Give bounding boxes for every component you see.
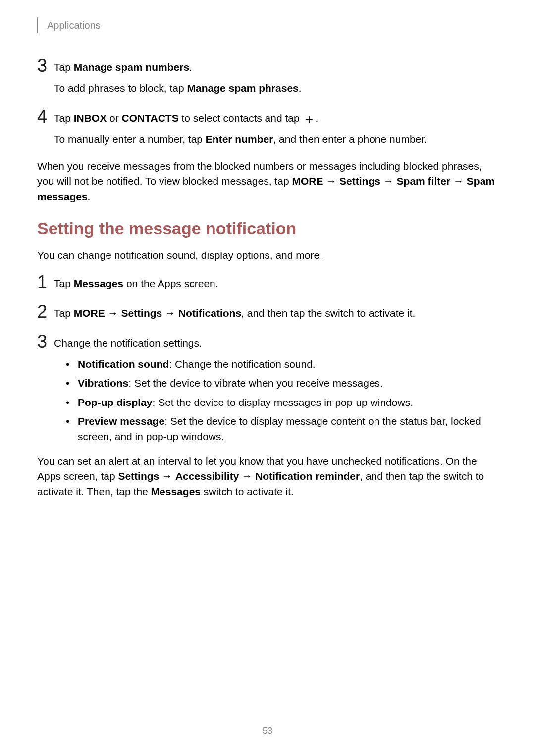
arrow-icon: → [239,470,255,482]
arrow-icon: → [380,175,397,187]
text: To manually enter a number, tap [54,133,206,145]
step-3-content: Tap Manage spam numbers. To add phrases … [54,57,498,102]
text-bold: Vibrations [78,377,128,389]
plus-icon: ＋ [303,114,316,124]
page-header: Applications [37,17,498,33]
text-bold: CONTACTS [122,112,179,124]
text-bold: MORE [292,175,323,187]
text-bold: Preview message [78,415,164,427]
arrow-icon: → [323,175,339,187]
step-number-b2: 2 [37,303,54,321]
intro-paragraph: You can change notification sound, displ… [37,248,498,263]
text-bold: Manage spam numbers [74,61,189,73]
text: : Set the device to vibrate when you rec… [128,377,383,389]
list-item: Vibrations: Set the device to vibrate wh… [66,376,498,391]
step-b1-content: Tap Messages on the Apps screen. [54,273,498,297]
list-item: Preview message: Set the device to displ… [66,414,498,444]
step-4-line2: To manually enter a number, tap Enter nu… [54,132,498,147]
text: . [316,112,319,124]
header-divider [37,17,38,33]
step-number-3: 3 [37,57,54,75]
page-number: 53 [0,726,535,736]
step-number-b1: 1 [37,273,54,291]
section-heading: Setting the message notification [37,219,498,238]
step-3-line1: Tap Manage spam numbers. [54,60,498,75]
arrow-icon: → [159,470,175,482]
text: or [107,112,121,124]
text-bold: MORE [74,307,105,319]
step-number-b3: 3 [37,333,54,351]
list-item: Notification sound: Change the notificat… [66,357,498,372]
text-bold: Notification reminder [255,470,360,482]
text: Tap [54,61,74,73]
step-3-line2: To add phrases to block, tap Manage spam… [54,81,498,96]
step-b3-block: 3 Change the notification settings. Noti… [37,333,498,448]
text-bold: INBOX [74,112,107,124]
document-page: Applications 3 Tap Manage spam numbers. … [0,0,535,499]
step-b2-content: Tap MORE → Settings → Notifications, and… [54,303,498,327]
notification-settings-list: Notification sound: Change the notificat… [54,357,498,444]
text: . [299,82,302,94]
text-bold: Pop-up display [78,397,153,408]
text-bold: Settings [118,470,159,482]
text: : Change the notification sound. [169,358,315,370]
text: Tap [54,112,74,124]
text-bold: Enter number [206,133,273,145]
text-bold: Messages [74,278,123,289]
step-b3-main: Change the notification settings. [54,336,498,351]
step-4-block: 4 Tap INBOX or CONTACTS to select contac… [37,108,498,153]
text-bold: Spam filter [397,175,451,187]
text-bold: Manage spam phrases [187,82,299,94]
step-4-content: Tap INBOX or CONTACTS to select contacts… [54,108,498,153]
text: Tap [54,278,74,289]
blocked-messages-paragraph: When you receive messages from the block… [37,159,498,204]
text-bold: Messages [151,486,201,497]
text-bold: Notification sound [78,358,169,370]
header-section-label: Applications [47,20,101,31]
text: Tap [54,307,74,319]
text: , and then tap the switch to activate it… [241,307,415,319]
text: . [88,191,91,202]
text-bold: Accessibility [175,470,239,482]
text-bold: Notifications [178,307,241,319]
text: to select contacts and tap [179,112,303,124]
step-4-line1: Tap INBOX or CONTACTS to select contacts… [54,111,498,126]
reminder-paragraph: You can set an alert at an interval to l… [37,454,498,499]
arrow-icon: → [105,307,121,319]
step-b3-content: Change the notification settings. Notifi… [54,333,498,448]
arrow-icon: → [450,175,467,187]
step-b2-block: 2 Tap MORE → Settings → Notifications, a… [37,303,498,327]
text-bold: Settings [339,175,380,187]
text: on the Apps screen. [123,278,218,289]
text: . [189,61,192,73]
step-b2-line: Tap MORE → Settings → Notifications, and… [54,306,498,321]
step-number-4: 4 [37,108,54,126]
list-item: Pop-up display: Set the device to displa… [66,395,498,410]
text: , and then enter a phone number. [273,133,427,145]
text: : Set the device to display messages in … [153,397,413,408]
text: switch to activate it. [201,486,294,497]
step-b1-line: Tap Messages on the Apps screen. [54,276,498,291]
arrow-icon: → [162,307,178,319]
step-3-block: 3 Tap Manage spam numbers. To add phrase… [37,57,498,102]
text-bold: Settings [121,307,162,319]
text: To add phrases to block, tap [54,82,187,94]
step-b1-block: 1 Tap Messages on the Apps screen. [37,273,498,297]
